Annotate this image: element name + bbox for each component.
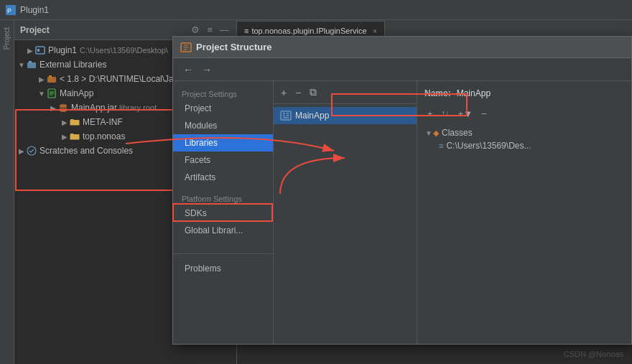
dialog-nav: Project Settings Project Modules Librari… xyxy=(173,81,274,344)
dialog-toolbar: ← → xyxy=(173,58,631,81)
folder-icon-meta xyxy=(69,116,80,128)
nav-item-problems[interactable]: Problems xyxy=(173,260,273,277)
svg-rect-7 xyxy=(49,75,52,78)
tree-label-top-nonoas: top.nonoas xyxy=(83,131,125,141)
tree-label-plugin1: Plugin1 xyxy=(48,45,77,55)
panel-minimize-icon[interactable]: — xyxy=(218,24,231,35)
nav-item-modules[interactable]: Modules xyxy=(173,117,273,134)
nav-item-global-libs[interactable]: Global Librari... xyxy=(173,222,273,239)
lib-item-mainapp[interactable]: MainApp xyxy=(274,107,417,124)
right-add-btn[interactable]: + xyxy=(424,107,436,121)
tree-path-plugin1: C:\Users\13569\Desktop\ xyxy=(80,46,168,55)
classes-icon: ◆ xyxy=(433,129,439,138)
nav-item-libraries[interactable]: Libraries xyxy=(173,134,273,151)
svg-text:P: P xyxy=(7,7,11,14)
app-title: Plugin1 xyxy=(20,5,49,15)
tab-close-icon[interactable]: × xyxy=(373,27,377,35)
dialog-center-panel: + − ⧉ MainApp xyxy=(274,81,417,344)
tree-label-jre: < 1.8 > D:\RUNTIME\Local\Java xyxy=(60,74,182,84)
tree-arrow-ext-libs: ▼ xyxy=(17,61,26,69)
dialog-title-icon xyxy=(180,42,192,52)
svg-rect-20 xyxy=(281,111,291,120)
tree-sublabel-jar: library root xyxy=(119,103,157,112)
panel-settings-icon[interactable]: ⚙ xyxy=(190,24,201,35)
tree-label-jar: MainApp.jar xyxy=(71,103,117,113)
tree-arrow-jre: ▶ xyxy=(37,75,46,83)
right-remove-btn[interactable]: − xyxy=(478,107,490,121)
right-tree-classes: ▼ ◆ Classes xyxy=(424,126,624,139)
nav-item-project[interactable]: Project xyxy=(173,100,273,117)
tree-arrow-plugin1: ▶ xyxy=(26,47,34,55)
project-settings-label: Project Settings xyxy=(173,87,273,100)
tree-arrow-scratches: ▶ xyxy=(17,147,26,155)
right-tree-classes-item: ≡ C:\Users\13569\Des... xyxy=(424,139,624,152)
center-remove-btn[interactable]: − xyxy=(292,85,304,100)
tab-icon: ≡ xyxy=(244,27,248,35)
right-add-dropdown-btn[interactable]: +▼ xyxy=(455,107,475,121)
svg-point-14 xyxy=(60,109,67,112)
dialog-back-btn[interactable]: ← xyxy=(180,62,196,77)
app-icon: P xyxy=(6,5,16,15)
tree-arrow-mainapp-jar: ▶ xyxy=(49,104,57,112)
right-tree: ▼ ◆ Classes ≡ C:\Users\13569\Des... xyxy=(424,126,624,337)
dialog-right-panel: Name: MainApp + ↑↓ +▼ − ▼ ◆ Classes ≡ C:… xyxy=(417,81,631,344)
nav-item-sdks[interactable]: SDKs xyxy=(173,205,273,222)
name-label: Name: xyxy=(424,88,451,98)
lib-label-mainapp: MainApp xyxy=(295,111,329,121)
tree-arrow-mainapp: ▼ xyxy=(37,90,46,98)
classes-item-icon: ≡ xyxy=(439,141,443,150)
tree-arrow-top-nonoas: ▶ xyxy=(60,133,69,141)
svg-rect-2 xyxy=(36,47,45,54)
nav-item-facets[interactable]: Facets xyxy=(173,151,273,169)
tree-label-mainapp: MainApp xyxy=(60,88,93,98)
vertical-sidebar: Project xyxy=(0,20,14,364)
right-sort-btn[interactable]: ↑↓ xyxy=(439,107,452,121)
tree-label-scratches: Scratches and Consoles xyxy=(40,146,133,156)
platform-settings-label: Platform Settings xyxy=(173,192,273,205)
scratches-icon xyxy=(26,145,37,157)
jar-icon xyxy=(57,102,69,113)
center-copy-btn[interactable]: ⧉ xyxy=(307,85,320,100)
center-add-btn[interactable]: + xyxy=(278,85,289,100)
svg-rect-3 xyxy=(37,49,40,52)
jdk-icon xyxy=(46,73,57,85)
svg-rect-5 xyxy=(29,61,32,63)
folder-icon-top xyxy=(69,131,80,142)
libraries-list: MainApp xyxy=(274,104,417,344)
svg-rect-6 xyxy=(47,77,56,83)
tree-label-ext-libs: External Libraries xyxy=(40,60,106,70)
ext-libs-icon xyxy=(26,59,37,70)
tab-label: top.nonoas.plugin.IPluginService xyxy=(251,27,366,35)
watermark: CSDN @Nonoas xyxy=(564,350,623,358)
project-sidebar-tab[interactable]: Project xyxy=(1,23,12,54)
classes-item-path: C:\Users\13569\Des... xyxy=(446,141,531,151)
right-tree-arrow-classes: ▼ xyxy=(424,129,433,137)
lib-icon-mainapp xyxy=(46,88,57,99)
right-toolbar: + ↑↓ +▼ − xyxy=(424,107,624,121)
center-toolbar: + − ⧉ xyxy=(274,81,417,104)
svg-point-15 xyxy=(27,146,36,155)
tree-label-meta-inf: META-INF xyxy=(83,117,123,127)
title-bar: P Plugin1 xyxy=(0,0,632,20)
dialog-title-text: Project Structure xyxy=(196,42,624,52)
module-icon xyxy=(34,45,46,56)
dialog-body: Project Settings Project Modules Librari… xyxy=(173,81,631,344)
name-value: MainApp xyxy=(457,88,624,98)
lib-mainapp-icon xyxy=(279,110,292,121)
project-panel-title: Project xyxy=(20,25,185,35)
tree-arrow-meta-inf: ▶ xyxy=(60,118,69,126)
svg-rect-4 xyxy=(27,62,36,68)
panel-layout-icon[interactable]: ≡ xyxy=(205,24,214,35)
right-name-row: Name: MainApp xyxy=(424,88,624,98)
classes-label: Classes xyxy=(442,128,473,138)
project-structure-dialog: Project Structure ← → Project Settings P… xyxy=(172,36,632,345)
dialog-title-bar: Project Structure xyxy=(173,37,631,58)
nav-item-artifacts[interactable]: Artifacts xyxy=(173,169,273,186)
dialog-forward-btn[interactable]: → xyxy=(199,62,215,77)
